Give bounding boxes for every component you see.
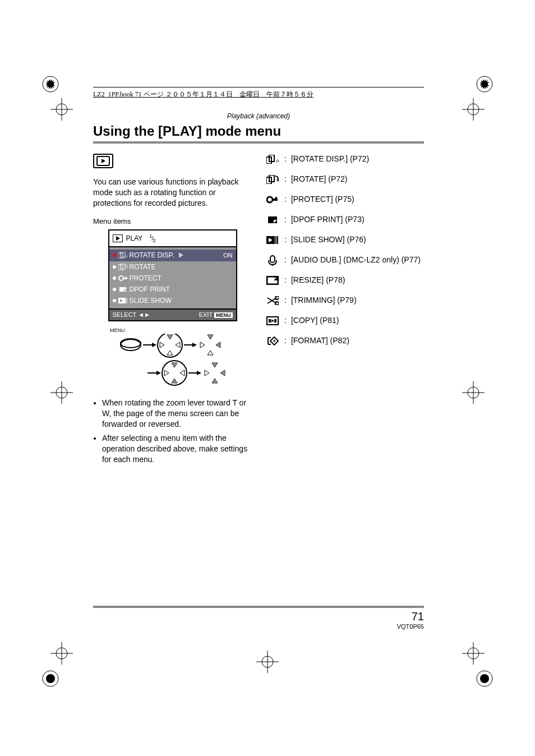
function-item: :[AUDIO DUB.] (DMC-LZ2 only) (P77): [265, 255, 424, 266]
svg-marker-95: [274, 220, 277, 223]
menu-foot-select: SELECT: [113, 311, 137, 318]
menu-row-label: SLIDE SHOW: [130, 296, 172, 305]
svg-marker-78: [197, 371, 201, 375]
intro-text: You can use various functions in playbac…: [93, 177, 252, 209]
svg-rect-94: [275, 197, 277, 199]
function-item: :[TRIMMING] (P79): [265, 295, 424, 306]
svg-point-51: [121, 339, 141, 348]
bullet-icon: [113, 299, 116, 302]
bullet-icon: [113, 265, 116, 269]
svg-marker-53: [152, 343, 156, 347]
svg-marker-91: [276, 179, 279, 182]
rotate-icon: [265, 174, 280, 185]
function-label: [COPY] (P81): [291, 315, 339, 326]
svg-rect-110: [269, 319, 271, 322]
menu-row-label: PROTECT: [130, 274, 162, 283]
audio-dub-icon: [265, 255, 280, 266]
svg-point-92: [267, 197, 273, 202]
title-rule: [93, 141, 424, 144]
menu-row: A ROTATE DISP. ON: [109, 250, 236, 261]
protect-icon: [265, 194, 280, 205]
svg-marker-58: [160, 342, 164, 348]
menu-row: ROTATE: [109, 261, 236, 273]
svg-marker-57: [167, 351, 173, 355]
function-item: :[ROTATE] (P72): [265, 174, 424, 185]
regmark-icon: [473, 73, 496, 95]
navigation-figure: MENU: [93, 327, 252, 390]
print-header-text: LZ2_1PP.book 71 ページ ２００５年１月１４日 金曜日 午前７時５…: [93, 90, 313, 98]
resize-icon: [265, 275, 280, 286]
function-label: [PROTECT] (P75): [291, 194, 354, 205]
crosshair-icon: [50, 381, 73, 404]
function-label: [AUDIO DUB.] (DMC-LZ2 only) (P77): [291, 255, 421, 265]
svg-point-7: [480, 80, 489, 89]
menu-title-bar: PLAY 1/2: [109, 231, 236, 247]
menu-row-label: ROTATE DISP.: [130, 251, 174, 260]
menu-title-text: PLAY: [126, 234, 143, 243]
function-item: :[PROTECT] (P75): [265, 194, 424, 205]
function-label: [ROTATE] (P72): [291, 174, 348, 185]
page-code: VQT0P65: [93, 623, 424, 630]
function-item: :[RESIZE] (P78): [265, 275, 424, 286]
function-item: A:[ROTATE DISP.] (P72): [265, 154, 424, 165]
notes-list: When rotating the zoom lever toward T or…: [93, 398, 252, 464]
menu-page-indicator: 1/2: [149, 233, 155, 244]
slideshow-icon: [265, 234, 280, 246]
dpof-icon: [265, 214, 280, 225]
svg-marker-38: [179, 252, 183, 258]
nav-menu-label: MENU: [110, 327, 252, 334]
regmark-icon: [473, 667, 496, 690]
function-label: [FORMAT] (P82): [291, 335, 349, 346]
rotate-icon: [118, 264, 127, 270]
svg-marker-83: [205, 370, 209, 376]
menu-row-label: ROTATE: [130, 262, 156, 271]
svg-marker-65: [200, 342, 205, 348]
menu-items-label: Menu items: [93, 216, 252, 227]
menu-footer: SELECT ◄► EXIT MENU: [109, 308, 236, 320]
protect-icon: [118, 275, 127, 282]
section-header: Playback (advanced): [93, 112, 424, 120]
svg-marker-32: [102, 159, 105, 163]
play-icon: [113, 234, 123, 242]
svg-point-107: [275, 296, 279, 299]
svg-point-42: [119, 276, 123, 280]
svg-marker-113: [271, 319, 274, 322]
slideshow-icon: [118, 297, 127, 304]
svg-rect-100: [270, 256, 275, 262]
svg-marker-69: [156, 371, 161, 375]
play-mode-icon: [93, 154, 113, 168]
menu-row-value: ON: [223, 251, 233, 260]
function-item: :[COPY] (P81): [265, 315, 424, 326]
svg-rect-44: [126, 276, 127, 278]
svg-marker-64: [207, 351, 213, 355]
footer-rule: [93, 606, 424, 608]
trimming-icon: [265, 295, 280, 306]
print-header: LZ2_1PP.book 71 ページ ２００５年１月１４日 金曜日 午前７時５…: [93, 87, 424, 99]
crosshair-icon: [462, 381, 485, 404]
function-label: [RESIZE] (P78): [291, 275, 345, 285]
rotate-disp-icon: A: [118, 252, 127, 259]
menu-row-label: DPOF PRINT: [130, 285, 170, 294]
svg-marker-76: [180, 370, 185, 376]
format-icon: [265, 335, 280, 347]
menu-body: A ROTATE DISP. ON ROTATE PROTECT DPOF PR…: [109, 247, 236, 308]
copy-icon: [265, 315, 280, 326]
crosshair-icon: [256, 651, 279, 673]
svg-point-1: [46, 80, 55, 89]
crosshair-icon: [462, 98, 485, 121]
svg-marker-41: [126, 267, 127, 269]
svg-text:A: A: [126, 254, 127, 258]
page-title: Using the [PLAY] mode menu: [93, 123, 424, 139]
svg-marker-75: [164, 370, 169, 376]
svg-text:A: A: [276, 158, 279, 164]
function-label: [DPOF PRINT] (P73): [291, 214, 365, 225]
function-item: :[FORMAT] (P82): [265, 335, 424, 347]
page-number: 71: [93, 610, 424, 623]
bullet-icon: [113, 276, 116, 280]
function-list: A:[ROTATE DISP.] (P72) :[ROTATE] (P72) :…: [265, 154, 424, 347]
function-item: :[DPOF PRINT] (P73): [265, 214, 424, 225]
crosshair-icon: [50, 642, 73, 665]
note-item: After selecting a menu item with the ope…: [102, 433, 252, 465]
svg-point-22: [46, 674, 55, 683]
menu-foot-exit: EXIT: [199, 311, 213, 318]
